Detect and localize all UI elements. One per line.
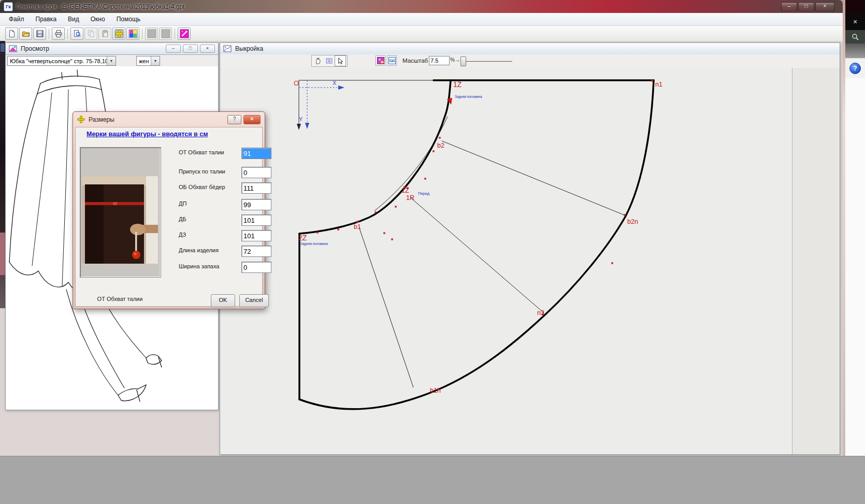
measure-input-length[interactable] <box>241 246 271 257</box>
app-window: Гк Генетика кроя - E:\GENETIKA\Сироткина… <box>0 0 843 456</box>
app-icon: Гк <box>4 2 13 11</box>
select-cursor-icon[interactable] <box>335 55 346 66</box>
scale-label: Масштаб <box>402 57 428 64</box>
cancel-button[interactable]: Cancel <box>239 294 269 307</box>
preview-title-bar[interactable]: Просмотр – □ × <box>6 43 218 55</box>
toolbar-separator <box>49 28 49 39</box>
svg-text:1: 1 <box>328 59 330 63</box>
pattern-title-bar[interactable]: Выкройка <box>220 43 840 55</box>
menu-bar: Файл Правка Вид Окно Помощь <box>0 13 843 26</box>
preview-title: Просмотр <box>21 45 49 52</box>
background-close-icon[interactable]: × <box>845 13 865 30</box>
pattern-toolbar: 1 +a+ Масштаб % – <box>220 54 840 68</box>
zoom-minus[interactable]: – <box>456 57 459 63</box>
print-preview-icon[interactable] <box>70 27 83 40</box>
new-file-icon[interactable] <box>5 27 18 40</box>
measure-input-waist-ease[interactable] <box>241 167 271 178</box>
gender-select[interactable]: жен ▼ <box>136 56 160 66</box>
origin-label: O <box>294 79 299 87</box>
window-controls: – □ × <box>781 2 834 11</box>
dialog-close-button[interactable]: × <box>243 115 261 124</box>
measure-photo-frame <box>80 147 161 278</box>
scale-input[interactable] <box>429 56 450 65</box>
maximize-button[interactable]: □ <box>798 2 814 11</box>
pointer-tool-group: 1 <box>311 55 348 67</box>
point-label: 1Z <box>401 187 409 194</box>
y-axis-label: Y <box>299 116 303 122</box>
mdi-area: Просмотр – □ × Юбка "четвертьсолнце" стр… <box>0 41 843 456</box>
open-folder-icon[interactable] <box>19 27 32 40</box>
measure-label: Длина изделия <box>179 247 219 253</box>
wizard-wand-icon[interactable] <box>178 27 191 40</box>
measure-input-waist[interactable] <box>241 148 271 159</box>
text-labels-icon[interactable]: +a+ <box>387 55 397 66</box>
preview-image-icon[interactable] <box>376 55 385 66</box>
minimize-button[interactable]: – <box>781 2 797 11</box>
pattern-grid-icon[interactable] <box>112 27 125 40</box>
pattern-select[interactable]: Юбка "четвертьсолнце" стр. 75-78,108 ▼ <box>7 56 116 66</box>
measure-input-dp[interactable] <box>241 199 271 210</box>
title-bar[interactable]: Гк Генетика кроя - E:\GENETIKA\Сироткина… <box>0 0 843 13</box>
background-window-strip: × ? <box>845 0 865 456</box>
point-label: 1R <box>406 194 414 201</box>
measure-label: Ширина запаха <box>179 263 219 269</box>
background-strip-gradient <box>845 44 865 58</box>
point-label: n3 <box>537 309 544 316</box>
pattern-side-panel <box>792 68 840 454</box>
paste-icon[interactable] <box>98 27 111 40</box>
point-label: b2n <box>627 218 638 225</box>
help-band: ? <box>845 58 865 78</box>
save-icon[interactable] <box>33 27 46 40</box>
chevron-down-icon[interactable]: ▼ <box>107 56 116 65</box>
scale-slider-track[interactable] <box>463 61 512 62</box>
measure-ruler-icon[interactable]: 1 <box>323 55 335 66</box>
print-icon[interactable] <box>52 27 65 40</box>
close-button[interactable]: × <box>815 2 834 11</box>
measure-input-dz[interactable] <box>241 230 271 241</box>
main-toolbar <box>0 26 843 42</box>
menu-item-file[interactable]: Файл <box>3 14 30 24</box>
measure-input-wrap-width[interactable] <box>241 262 271 273</box>
construction-lines <box>359 117 624 387</box>
colors-icon[interactable] <box>126 27 139 40</box>
piece-annotation: Перед <box>418 191 430 196</box>
measure-input-hips[interactable] <box>241 182 271 194</box>
svg-text:+a+: +a+ <box>389 59 395 63</box>
preview-maximize-button[interactable]: □ <box>183 45 198 53</box>
scale-slider-handle[interactable] <box>460 56 466 66</box>
percent-sign: % <box>450 57 455 63</box>
pattern-window-icon <box>223 45 232 52</box>
toolbar-separator <box>175 28 175 39</box>
menu-item-view[interactable]: Вид <box>62 14 85 24</box>
dialog-title-bar[interactable]: Размеры ? × <box>73 112 265 127</box>
measure-label: ДЗ <box>179 232 186 238</box>
app-title: Генетика кроя - E:\GENETIKA\Сироткина\20… <box>16 3 184 10</box>
menu-item-help[interactable]: Помощь <box>111 14 146 24</box>
empty-slot-icon <box>145 27 158 40</box>
copy-icon[interactable] <box>84 27 97 40</box>
measurements-header-link[interactable]: Мерки вашей фигуры - вводятся в см <box>86 131 208 138</box>
dialog-content: Мерки вашей фигуры - вводятся в см <box>75 127 263 307</box>
screen: Гк Генетика кроя - E:\GENETIKA\Сироткина… <box>0 0 865 504</box>
x-axis-label: X <box>333 80 337 86</box>
preview-close-button[interactable]: × <box>200 45 215 53</box>
yellow-cross-icon <box>77 116 85 123</box>
menu-item-edit[interactable]: Правка <box>30 14 63 24</box>
preview-window-icon <box>9 45 17 52</box>
measure-label: ОТ Обхват талии <box>179 149 224 155</box>
preview-minimize-button[interactable]: – <box>166 45 181 53</box>
point-label: n1 <box>655 81 662 88</box>
search-icon[interactable] <box>845 30 865 44</box>
pattern-drawing: O X Y <box>220 68 792 455</box>
point-label: b2 <box>437 142 444 149</box>
dialog-help-button[interactable]: ? <box>227 115 241 124</box>
menu-item-window[interactable]: Окно <box>85 14 111 24</box>
help-icon[interactable]: ? <box>849 63 861 74</box>
chevron-down-icon[interactable]: ▼ <box>151 56 160 65</box>
point-label: b1n <box>430 387 441 394</box>
ok-button[interactable]: OK <box>211 294 235 307</box>
pan-hand-icon[interactable] <box>312 55 323 66</box>
measure-input-db[interactable] <box>241 214 271 226</box>
toolbar-separator <box>67 28 68 39</box>
pattern-canvas[interactable]: O X Y <box>220 68 792 454</box>
